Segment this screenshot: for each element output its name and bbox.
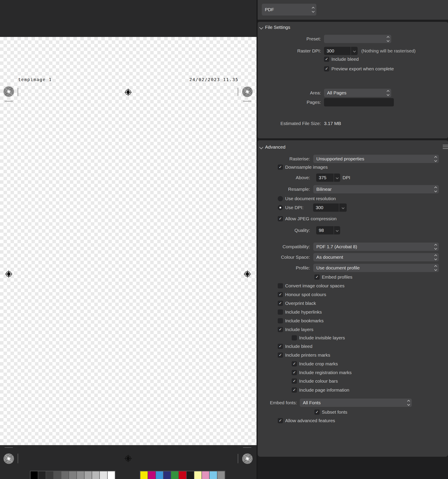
colour-space-value: As document bbox=[316, 255, 343, 259]
honour-spot-colours-checkbox[interactable] bbox=[278, 292, 283, 297]
include-page-information-label[interactable]: Include page information bbox=[299, 387, 349, 393]
format-bar: PDF bbox=[258, 0, 448, 20]
downsample-images-checkbox[interactable] bbox=[278, 165, 283, 170]
stepper-icon bbox=[435, 185, 437, 193]
compatibility-label: Compatibility: bbox=[266, 244, 310, 249]
rasterise-label: Rasterise: bbox=[266, 156, 310, 161]
include-hyperlinks-label[interactable]: Include hyperlinks bbox=[285, 309, 322, 315]
chevron-down-icon bbox=[434, 247, 437, 250]
above-dropdown-button[interactable] bbox=[334, 173, 340, 182]
swatch bbox=[210, 471, 217, 479]
include-layers-checkbox[interactable] bbox=[278, 327, 283, 332]
include-bookmarks-checkbox[interactable] bbox=[278, 318, 283, 323]
allow-jpeg-compression-checkbox[interactable] bbox=[278, 216, 283, 221]
swatch bbox=[84, 471, 92, 479]
resample-dropdown[interactable]: Bilinear bbox=[313, 185, 439, 193]
include-hyperlinks-checkbox[interactable] bbox=[278, 309, 283, 315]
stepper-icon bbox=[435, 155, 437, 163]
include-invisible-layers-label[interactable]: Include invisible layers bbox=[299, 335, 345, 340]
subset-fonts-checkbox[interactable] bbox=[314, 410, 320, 415]
include-crop-marks-label[interactable]: Include crop marks bbox=[299, 361, 338, 366]
use-dpi-input[interactable]: 300 bbox=[313, 203, 339, 212]
use-dpi-dropdown-button[interactable] bbox=[339, 203, 347, 212]
use-document-resolution-radio[interactable] bbox=[278, 196, 283, 201]
above-input[interactable]: 375 bbox=[316, 173, 334, 182]
include-bleed-advanced-checkbox[interactable] bbox=[278, 344, 283, 349]
include-crop-marks-checkbox[interactable] bbox=[292, 361, 297, 366]
include-page-information-checkbox[interactable] bbox=[292, 387, 297, 393]
raster-dpi-dropdown-button[interactable] bbox=[351, 47, 358, 55]
swatch bbox=[179, 471, 186, 479]
compatibility-value: PDF 1.7 (Acrobat 8) bbox=[316, 244, 357, 249]
rasterise-value: Unsupported properties bbox=[316, 156, 364, 161]
include-layers-label[interactable]: Include layers bbox=[285, 327, 313, 332]
embed-profiles-checkbox[interactable] bbox=[314, 274, 320, 280]
downsample-images-label[interactable]: Downsample images bbox=[285, 165, 328, 170]
quality-dropdown-button[interactable] bbox=[334, 226, 340, 234]
include-bookmarks-label[interactable]: Include bookmarks bbox=[285, 318, 324, 323]
embed-profiles-label[interactable]: Embed profiles bbox=[322, 274, 352, 280]
profile-dropdown[interactable]: Use document profile bbox=[313, 264, 439, 272]
format-select[interactable]: PDF bbox=[262, 4, 316, 15]
honour-spot-colours-label[interactable]: Honour spot colours bbox=[285, 292, 326, 297]
colour-space-dropdown[interactable]: As document bbox=[313, 253, 439, 261]
chevron-down-icon bbox=[387, 39, 390, 42]
quality-combo[interactable]: 98 bbox=[316, 226, 340, 234]
allow-advanced-features-label[interactable]: Allow advanced features bbox=[285, 418, 335, 423]
overprint-black-label[interactable]: Overprint black bbox=[285, 301, 316, 306]
exported-page-preview: tempimage 1 24/02/2023 11.35 bbox=[0, 37, 257, 445]
include-bleed-checkbox[interactable] bbox=[324, 57, 329, 62]
rasterise-dropdown[interactable]: Unsupported properties bbox=[313, 155, 439, 163]
area-dropdown[interactable]: All Pages bbox=[324, 89, 391, 97]
chevron-down-icon bbox=[387, 93, 390, 96]
include-bleed-advanced-label[interactable]: Include bleed bbox=[285, 344, 312, 349]
swatch bbox=[92, 471, 99, 479]
convert-image-colour-spaces-checkbox[interactable] bbox=[278, 283, 283, 288]
use-dpi-radio[interactable] bbox=[278, 205, 283, 210]
profile-label: Profile: bbox=[266, 265, 310, 271]
swatch bbox=[140, 471, 148, 479]
swatch bbox=[31, 471, 38, 479]
overprint-black-checkbox[interactable] bbox=[278, 301, 283, 306]
chevron-up-icon bbox=[434, 244, 437, 247]
preset-dropdown[interactable] bbox=[324, 35, 391, 43]
swatch bbox=[38, 471, 45, 479]
advanced-title[interactable]: Advanced bbox=[265, 144, 285, 150]
format-select-value: PDF bbox=[265, 7, 274, 12]
include-colour-bars-checkbox[interactable] bbox=[292, 379, 297, 384]
include-bleed-label[interactable]: Include bleed bbox=[331, 57, 359, 62]
file-settings-title[interactable]: File Settings bbox=[265, 25, 290, 30]
preview-export-checkbox[interactable] bbox=[324, 66, 329, 72]
above-combo[interactable]: 375 bbox=[316, 173, 340, 182]
convert-image-colour-spaces-label[interactable]: Convert image colour spaces bbox=[285, 283, 344, 288]
include-registration-marks-label[interactable]: Include registration marks bbox=[299, 370, 351, 375]
allow-jpeg-compression-label[interactable]: Allow JPEG compression bbox=[285, 216, 337, 221]
pages-input[interactable] bbox=[324, 98, 394, 106]
raster-dpi-input[interactable]: 300 bbox=[324, 47, 351, 55]
chevron-down-icon bbox=[342, 206, 344, 209]
use-document-resolution-label[interactable]: Use document resolution bbox=[285, 196, 336, 201]
stepper-icon bbox=[387, 35, 389, 43]
stepper-icon bbox=[312, 4, 314, 15]
raster-dpi-combo[interactable]: 300 bbox=[324, 47, 358, 55]
chevron-down-icon bbox=[353, 50, 356, 53]
preview-export-label[interactable]: Preview export when complete bbox=[331, 66, 394, 72]
use-dpi-label[interactable]: Use DPI: bbox=[285, 205, 304, 210]
allow-advanced-features-checkbox[interactable] bbox=[278, 418, 283, 423]
include-invisible-layers-checkbox[interactable] bbox=[292, 335, 297, 340]
swatch bbox=[148, 471, 155, 479]
use-dpi-combo[interactable]: 300 bbox=[313, 203, 347, 212]
include-printers-marks-label[interactable]: Include printers marks bbox=[285, 353, 330, 358]
document-preview-area: tempimage 1 24/02/2023 11.35 bbox=[0, 0, 257, 479]
swatch bbox=[163, 471, 171, 479]
stepper-icon bbox=[435, 253, 437, 261]
subset-fonts-label[interactable]: Subset fonts bbox=[322, 410, 347, 415]
compatibility-dropdown[interactable]: PDF 1.7 (Acrobat 8) bbox=[313, 243, 439, 251]
section-menu-icon[interactable] bbox=[443, 145, 448, 145]
crop-mark bbox=[238, 454, 238, 463]
include-printers-marks-checkbox[interactable] bbox=[278, 353, 283, 358]
quality-input[interactable]: 98 bbox=[316, 226, 334, 234]
include-colour-bars-label[interactable]: Include colour bars bbox=[299, 379, 338, 384]
include-registration-marks-checkbox[interactable] bbox=[292, 370, 297, 375]
embed-fonts-dropdown[interactable]: All Fonts bbox=[300, 399, 412, 407]
